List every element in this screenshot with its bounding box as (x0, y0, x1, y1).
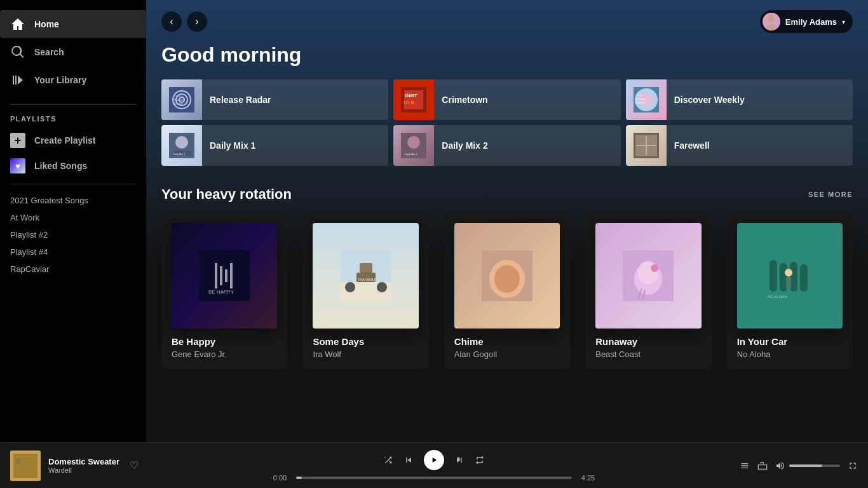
svg-text:Daily Mix 2: Daily Mix 2 (405, 152, 417, 156)
progress-bar[interactable] (296, 477, 572, 479)
svg-text:GMIT: GMIT (405, 93, 417, 98)
svg-rect-35 (230, 263, 233, 288)
total-time: 4:25 (577, 474, 599, 482)
fullscreen-button[interactable] (848, 461, 858, 471)
in-your-car-artist: No Aloha (737, 349, 843, 359)
now-playing-center: 0:00 4:25 (188, 450, 680, 482)
svg-text:|||: ||| (411, 100, 414, 104)
prev-button[interactable] (403, 455, 414, 465)
repeat-button[interactable] (475, 455, 485, 465)
sidebar-item-home[interactable]: Home (0, 10, 146, 38)
liked-songs-button[interactable]: ♥ Liked Songs (0, 153, 146, 179)
heart-icon: ♥ (10, 158, 25, 173)
svg-text:🎵: 🎵 (15, 459, 21, 464)
svg-point-46 (494, 265, 520, 293)
daily-mix-2-thumb: Daily Mix 2 (393, 125, 434, 166)
player-controls (383, 450, 485, 470)
svg-rect-32 (215, 263, 217, 288)
heavy-rotation-title: Your heavy rotation (161, 186, 292, 203)
current-time: 0:00 (269, 474, 291, 482)
card-be-happy[interactable]: BE HAPPY Be Happy Gene Evaro Jr. (161, 213, 287, 369)
create-playlist-button[interactable]: + Create Playlist (0, 128, 146, 153)
shuffle-button[interactable] (383, 455, 393, 465)
devices-button[interactable] (757, 461, 768, 471)
sidebar-item-library[interactable]: Your Library (0, 66, 146, 94)
be-happy-artist: Gene Evaro Jr. (172, 349, 277, 359)
in-your-car-art: NO ALOHA (737, 223, 843, 329)
volume-bar[interactable] (789, 464, 840, 467)
crimetown-label: Crimetown (434, 95, 495, 105)
home-icon (10, 17, 25, 32)
some-days-title: Some Days (313, 336, 418, 347)
queue-button[interactable] (740, 461, 750, 471)
play-pause-button[interactable] (424, 450, 444, 470)
playlist-link-2[interactable]: At Work (0, 209, 146, 226)
svg-text:Your: Your (637, 93, 642, 97)
now-playing-title: Domestic Sweater (48, 457, 119, 466)
volume-icon[interactable] (775, 461, 785, 471)
playlist-link-3[interactable]: Playlist #2 (0, 226, 146, 243)
forward-button[interactable]: › (187, 11, 207, 32)
svg-rect-34 (225, 269, 227, 282)
svg-text:111: 111 (403, 100, 410, 104)
quick-item-daily-mix-1[interactable]: Daily Mix 1 Daily Mix 1 (161, 125, 388, 166)
quick-item-discover-weekly[interactable]: Your Discover Weekly Discover Weekly (626, 79, 853, 120)
card-runaway[interactable]: Runaway Beast Coast (585, 213, 711, 369)
playlist-link-1[interactable]: 2021 Greatest Songs (0, 192, 146, 209)
sidebar-item-search[interactable]: Search (0, 38, 146, 66)
svg-rect-62 (13, 454, 37, 478)
search-icon (10, 44, 25, 60)
back-button[interactable]: ‹ (161, 11, 182, 32)
daily-mix-1-thumb: Daily Mix 1 (161, 125, 202, 166)
daily-mix-2-label: Daily Mix 2 (434, 140, 495, 151)
page-content: Good morning Your Release Radar (146, 43, 868, 384)
svg-rect-57 (800, 264, 808, 292)
svg-text:IRA WOLF: IRA WOLF (358, 278, 377, 281)
plus-icon: + (10, 133, 25, 148)
chime-art (454, 223, 560, 329)
playlist-link-5[interactable]: RapCaviar (0, 261, 146, 278)
be-happy-title: Be Happy (172, 336, 277, 347)
sidebar-item-search-label: Search (34, 47, 64, 57)
svg-point-1 (765, 24, 778, 30)
svg-point-42 (377, 282, 387, 292)
chime-title: Chime (454, 336, 560, 347)
svg-text:NO ALOHA: NO ALOHA (768, 295, 787, 299)
card-in-your-car[interactable]: NO ALOHA In Your Car No Aloha (727, 213, 853, 369)
quick-access-grid: Your Release Radar Release Radar GMIT (161, 79, 853, 166)
now-playing-left: 🎵 Domestic Sweater Wardell ♡ (10, 451, 188, 481)
card-some-days[interactable]: IRA WOLF Some Days Ira Wolf (302, 213, 428, 369)
svg-text:Daily Mix 1: Daily Mix 1 (173, 152, 186, 156)
svg-rect-59 (786, 277, 791, 288)
quick-item-farewell[interactable]: Farewell (626, 125, 853, 166)
release-radar-label: Release Radar (202, 95, 279, 105)
sidebar-nav: Home Search Your Library (0, 5, 146, 99)
playlist-link-4[interactable]: Playlist #4 (0, 243, 146, 261)
quick-item-crimetown[interactable]: GMIT 111 ||| Crimetown (393, 79, 620, 120)
svg-point-41 (345, 282, 355, 292)
in-your-car-title: In Your Car (737, 336, 843, 347)
crimetown-thumb: GMIT 111 ||| (393, 79, 434, 120)
user-menu[interactable]: Emily Adams ▾ (760, 10, 853, 33)
quick-item-daily-mix-2[interactable]: Daily Mix 2 Daily Mix 2 (393, 125, 620, 166)
sidebar-item-library-label: Your Library (34, 75, 86, 85)
svg-text:BE HAPPY: BE HAPPY (208, 289, 234, 295)
sidebar-item-home-label: Home (34, 19, 59, 29)
sidebar: Home Search Your Library PLAYLISTS + Cre… (0, 0, 146, 442)
next-button[interactable] (454, 455, 465, 465)
like-button[interactable]: ♡ (127, 457, 141, 474)
now-playing-artist: Wardell (48, 466, 119, 474)
svg-rect-33 (220, 266, 222, 285)
card-chime[interactable]: Chime Alan Gogoll (444, 213, 570, 369)
volume-fill (789, 464, 822, 467)
nav-buttons: ‹ › (161, 11, 207, 32)
runaway-artist: Beast Coast (595, 349, 701, 359)
farewell-label: Farewell (667, 140, 717, 151)
quick-item-release-radar[interactable]: Your Release Radar Release Radar (161, 79, 388, 120)
svg-rect-40 (360, 263, 372, 273)
progress-fill (296, 477, 302, 479)
now-playing-right (680, 461, 858, 471)
see-more-button[interactable]: SEE MORE (808, 191, 853, 198)
some-days-artist: Ira Wolf (313, 349, 418, 359)
sidebar-divider-2 (10, 184, 136, 184)
